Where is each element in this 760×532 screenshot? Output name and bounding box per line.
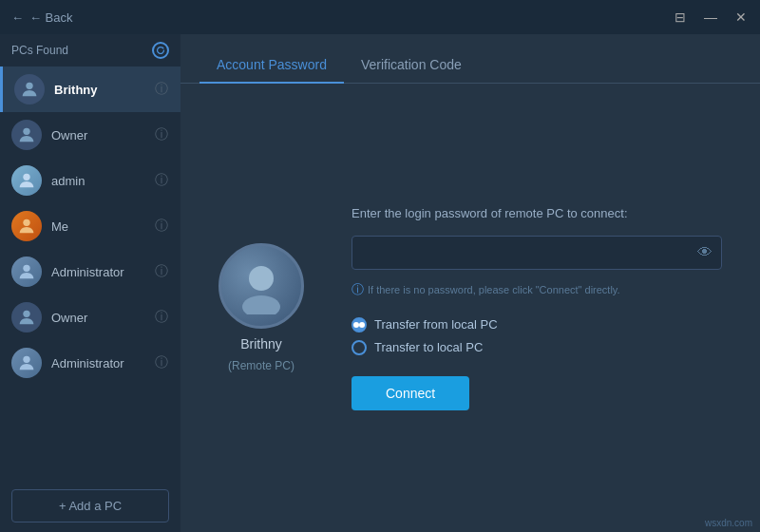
password-input[interactable] — [352, 236, 722, 270]
svg-point-4 — [23, 265, 29, 272]
refresh-icon[interactable] — [152, 42, 169, 59]
hint-text: ⓘ If there is no password, please click … — [352, 281, 722, 298]
radio-group: Transfer from local PC Transfer to local… — [352, 317, 722, 355]
connect-button-wrap: Connect — [352, 376, 722, 410]
info-icon[interactable]: ⓘ — [154, 354, 169, 371]
window-controls: ⊟ — ✕ — [673, 10, 749, 25]
hint-icon: ⓘ — [352, 281, 364, 298]
item-name: Administrator — [51, 265, 154, 279]
main-layout: PCs Found Brithny ⓘ Owner ⓘ — [0, 34, 760, 532]
radio-circle-to-local — [352, 340, 367, 355]
remote-user-name: Brithny — [240, 336, 282, 352]
big-avatar — [218, 243, 304, 329]
sidebar-footer: + Add a PC — [0, 480, 180, 532]
radio-circle-from-local — [352, 317, 367, 332]
svg-point-0 — [26, 83, 32, 89]
tabs: Account Password Verification Code — [180, 34, 760, 84]
back-label: ← Back — [29, 10, 73, 25]
radio-transfer-from-local[interactable]: Transfer from local PC — [352, 317, 722, 332]
avatar — [11, 120, 42, 150]
eye-icon[interactable]: 👁 — [697, 244, 712, 261]
form-section: Enter the login password of remote PC to… — [352, 206, 722, 410]
sidebar-item-me[interactable]: Me ⓘ — [0, 203, 180, 249]
svg-point-7 — [249, 266, 274, 291]
sidebar-item-brithny[interactable]: Brithny ⓘ — [0, 66, 180, 112]
sidebar-item-owner1[interactable]: Owner ⓘ — [0, 112, 180, 158]
hint-label: If there is no password, please click "C… — [368, 284, 620, 295]
svg-point-8 — [242, 295, 280, 314]
svg-point-2 — [23, 174, 29, 180]
item-name: Owner — [51, 311, 154, 325]
minimize-button[interactable]: — — [703, 10, 718, 25]
close-button[interactable]: ✕ — [733, 10, 749, 25]
info-icon[interactable]: ⓘ — [154, 126, 169, 143]
avatar — [11, 211, 42, 241]
user-profile: Brithny (Remote PC) — [218, 243, 304, 372]
pcs-found-label: PCs Found — [11, 44, 68, 57]
info-icon[interactable]: ⓘ — [154, 263, 169, 280]
svg-point-3 — [23, 219, 29, 226]
sidebar-item-administrator1[interactable]: Administrator ⓘ — [0, 249, 180, 294]
radio-label-to-local: Transfer to local PC — [374, 340, 483, 354]
content-body: Brithny (Remote PC) Enter the login pass… — [180, 84, 760, 532]
sidebar-item-admin[interactable]: admin ⓘ — [0, 158, 180, 203]
radio-transfer-to-local[interactable]: Transfer to local PC — [352, 340, 722, 355]
sidebar-header: PCs Found — [0, 34, 180, 66]
avatar — [11, 348, 42, 378]
sidebar: PCs Found Brithny ⓘ Owner ⓘ — [0, 34, 180, 532]
info-icon[interactable]: ⓘ — [154, 81, 169, 98]
svg-point-6 — [23, 356, 29, 363]
item-name: admin — [51, 174, 154, 188]
item-name: Owner — [51, 128, 154, 142]
restore-button[interactable]: ⊟ — [673, 10, 688, 25]
back-button[interactable]: ← ← Back — [11, 10, 73, 25]
remote-user-subtitle: (Remote PC) — [228, 359, 294, 372]
back-icon: ← — [11, 10, 24, 25]
sidebar-item-owner2[interactable]: Owner ⓘ — [0, 294, 180, 340]
avatar — [11, 302, 42, 332]
info-icon[interactable]: ⓘ — [154, 309, 169, 326]
avatar — [11, 256, 42, 287]
sidebar-item-administrator2[interactable]: Administrator ⓘ — [0, 340, 180, 386]
radio-label-from-local: Transfer from local PC — [374, 317, 498, 332]
svg-point-5 — [23, 311, 29, 317]
password-input-wrapper: 👁 — [352, 236, 722, 270]
password-form-label: Enter the login password of remote PC to… — [352, 206, 722, 220]
info-icon[interactable]: ⓘ — [154, 218, 169, 235]
connect-button[interactable]: Connect — [352, 376, 469, 410]
connect-panel: Brithny (Remote PC) Enter the login pass… — [218, 206, 722, 410]
tab-account-password[interactable]: Account Password — [200, 48, 344, 84]
tab-verification-code[interactable]: Verification Code — [344, 48, 479, 84]
item-name: Brithny — [54, 83, 154, 97]
item-name: Administrator — [51, 356, 154, 370]
info-icon[interactable]: ⓘ — [154, 172, 169, 189]
avatar — [14, 74, 45, 104]
add-pc-button[interactable]: + Add a PC — [11, 489, 169, 522]
item-name: Me — [51, 219, 154, 234]
title-bar: ← ← Back ⊟ — ✕ — [0, 0, 760, 34]
avatar — [11, 165, 42, 196]
content-area: Account Password Verification Code Brith… — [180, 34, 760, 532]
svg-point-1 — [23, 128, 29, 135]
watermark: wsxdn.com — [705, 518, 752, 528]
